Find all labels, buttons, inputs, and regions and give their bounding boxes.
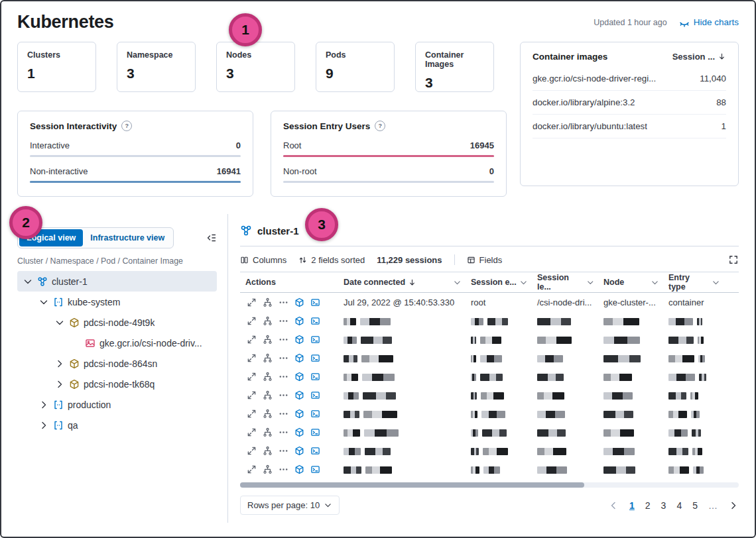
hide-charts-button[interactable]: Hide charts	[679, 17, 739, 28]
sort-fields-button[interactable]: 2 fields sorted	[298, 255, 365, 265]
session-viewer-icon[interactable]	[310, 353, 320, 363]
more-actions-icon[interactable]	[279, 409, 288, 419]
page-4[interactable]: 4	[676, 500, 682, 511]
tree-item-qa[interactable]: qa	[17, 415, 217, 435]
page-3[interactable]: 3	[661, 500, 666, 511]
session-viewer-icon[interactable]	[310, 316, 320, 326]
session-viewer-icon[interactable]	[310, 297, 320, 307]
process-tree-icon[interactable]	[263, 353, 273, 363]
column-menu-chevron-icon[interactable]	[712, 278, 720, 287]
tree-item-gke-gcr-io-csi-node-driv-[interactable]: gke.gcr.io/csi-node-driv...	[17, 333, 217, 353]
column-header-session-e-[interactable]: Session e...	[466, 278, 532, 287]
open-details-icon[interactable]	[247, 390, 257, 400]
more-actions-icon[interactable]	[279, 297, 288, 307]
open-details-icon[interactable]	[247, 427, 257, 437]
image-session-count: 11,040	[700, 74, 726, 83]
help-icon[interactable]	[375, 121, 385, 131]
open-details-icon[interactable]	[247, 446, 257, 456]
session-viewer-icon[interactable]	[310, 372, 320, 382]
chart-row: Root 16945	[283, 140, 494, 157]
chevron-down-icon[interactable]	[23, 276, 33, 287]
process-tree-icon[interactable]	[263, 316, 273, 326]
process-tree-icon[interactable]	[263, 409, 273, 419]
pod-icon[interactable]	[294, 372, 304, 382]
open-details-icon[interactable]	[247, 353, 257, 363]
open-details-icon[interactable]	[247, 464, 257, 474]
process-tree-icon[interactable]	[263, 297, 273, 307]
pod-icon[interactable]	[294, 464, 304, 474]
chevron-right-icon[interactable]	[38, 420, 49, 431]
process-tree-icon[interactable]	[263, 446, 273, 456]
interactivity-rows: Interactive 0 Non-interactive 16941	[30, 140, 241, 183]
more-actions-icon[interactable]	[279, 464, 288, 474]
previous-page-icon[interactable]	[608, 500, 619, 511]
page-1[interactable]: 1	[629, 500, 635, 511]
collapse-tree-icon[interactable]	[206, 233, 217, 243]
pod-icon[interactable]	[294, 446, 304, 456]
chevron-right-icon[interactable]	[38, 400, 49, 410]
more-actions-icon[interactable]	[279, 335, 288, 345]
fields-button[interactable]: Fields	[467, 255, 503, 265]
fullscreen-icon[interactable]	[728, 254, 739, 265]
session-viewer-icon[interactable]	[310, 409, 320, 419]
process-tree-icon[interactable]	[263, 372, 273, 382]
pod-icon[interactable]	[294, 316, 304, 326]
more-actions-icon[interactable]	[279, 372, 288, 382]
session-viewer-icon[interactable]	[310, 390, 320, 400]
session-viewer-icon[interactable]	[310, 464, 320, 474]
chevron-down-icon[interactable]	[54, 317, 65, 328]
pod-icon[interactable]	[294, 297, 304, 307]
open-details-icon[interactable]	[247, 372, 257, 382]
column-header-actions[interactable]: Actions	[240, 278, 338, 287]
column-menu-chevron-icon[interactable]	[586, 278, 595, 287]
page-5[interactable]: 5	[692, 500, 698, 511]
tree-item-production[interactable]: production	[17, 394, 217, 415]
process-tree-icon[interactable]	[263, 464, 273, 474]
session-viewer-icon[interactable]	[310, 446, 320, 456]
process-tree-icon[interactable]	[263, 390, 273, 400]
process-tree-icon[interactable]	[263, 335, 273, 345]
tree-item-pdcsi-node-tk68q[interactable]: pdcsi-node-tk68q	[17, 374, 217, 394]
column-menu-chevron-icon[interactable]	[519, 278, 528, 287]
column-header-session-le-[interactable]: Session le...	[532, 273, 598, 292]
chart-row-value: 0	[236, 140, 241, 150]
help-icon[interactable]	[121, 121, 132, 131]
pod-icon[interactable]	[294, 427, 304, 437]
tree-item-pdcsi-node-864sn[interactable]: pdcsi-node-864sn	[17, 353, 217, 374]
tree-item-pdcsi-node-49t9k[interactable]: pdcsi-node-49t9k	[17, 312, 217, 333]
chevron-down-icon[interactable]	[38, 297, 49, 307]
more-actions-icon[interactable]	[279, 390, 288, 400]
rows-per-page-select[interactable]: Rows per page: 10	[240, 496, 340, 515]
scrollbar-thumb[interactable]	[240, 482, 584, 488]
tree-item-cluster-1[interactable]: cluster-1	[17, 271, 217, 292]
column-menu-chevron-icon[interactable]	[453, 278, 462, 287]
column-header-date-connected[interactable]: Date connected	[338, 278, 466, 287]
session-viewer-icon[interactable]	[310, 335, 320, 345]
next-page-icon[interactable]	[728, 500, 739, 511]
page-2[interactable]: 2	[645, 500, 651, 511]
tree-item-kube-system[interactable]: kube-system	[17, 292, 217, 312]
column-header-entry-type[interactable]: Entry type	[663, 273, 724, 292]
process-tree-icon[interactable]	[263, 427, 273, 437]
session-viewer-icon[interactable]	[310, 427, 320, 437]
open-details-icon[interactable]	[247, 409, 257, 419]
open-details-icon[interactable]	[247, 316, 257, 326]
column-header-node[interactable]: Node	[598, 278, 663, 287]
pod-icon[interactable]	[294, 390, 304, 400]
pod-icon[interactable]	[294, 353, 304, 363]
open-details-icon[interactable]	[247, 297, 257, 307]
open-details-icon[interactable]	[247, 335, 257, 345]
columns-button[interactable]: Columns	[240, 255, 286, 265]
redacted-cell	[466, 390, 532, 400]
chevron-right-icon[interactable]	[54, 379, 65, 390]
pod-icon[interactable]	[294, 409, 304, 419]
more-actions-icon[interactable]	[279, 353, 288, 363]
more-actions-icon[interactable]	[279, 446, 288, 456]
more-actions-icon[interactable]	[279, 427, 288, 437]
sessions-sort-column[interactable]: Session ...	[672, 52, 726, 62]
pod-icon[interactable]	[294, 335, 304, 345]
infrastructure-view-button[interactable]: Infrastructure view	[83, 229, 172, 246]
more-actions-icon[interactable]	[279, 316, 288, 326]
column-menu-chevron-icon[interactable]	[651, 278, 659, 287]
chevron-right-icon[interactable]	[54, 358, 65, 369]
